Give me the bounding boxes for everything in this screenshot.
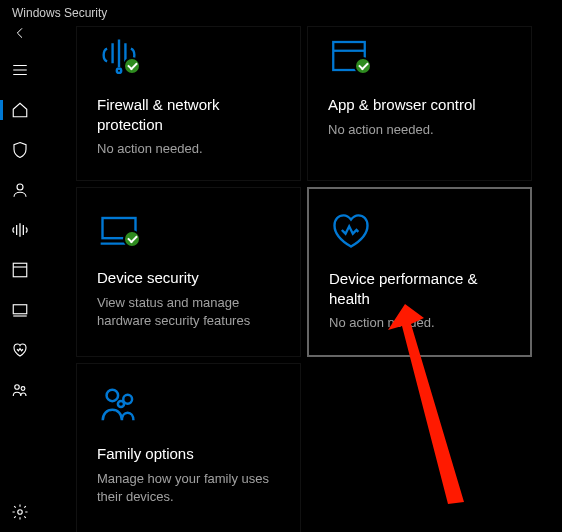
tile-firewall[interactable]: Firewall & network protection No action …: [76, 26, 301, 181]
nav-virus-threat[interactable]: [0, 130, 40, 170]
tile-device-security[interactable]: Device security View status and manage h…: [76, 187, 301, 357]
back-button[interactable]: [0, 22, 40, 44]
app-browser-icon: [328, 33, 511, 79]
nav-device-security[interactable]: [0, 290, 40, 330]
svg-point-6: [117, 68, 121, 72]
content-area: Firewall & network protection No action …: [40, 26, 562, 532]
svg-point-3: [15, 385, 20, 390]
nav-device-performance[interactable]: [0, 330, 40, 370]
svg-rect-2: [13, 305, 27, 314]
tiles-grid: Firewall & network protection No action …: [76, 26, 532, 532]
firewall-icon: [97, 33, 280, 79]
device-security-icon: [97, 206, 280, 252]
svg-rect-1: [13, 263, 27, 277]
nav-account[interactable]: [0, 170, 40, 210]
tile-device-performance[interactable]: Device performance & health No action ne…: [307, 187, 532, 357]
svg-point-4: [21, 387, 25, 391]
tile-desc: No action needed.: [97, 140, 280, 158]
left-nav: [0, 26, 40, 532]
tile-title: Family options: [97, 444, 280, 464]
nav-app-browser[interactable]: [0, 250, 40, 290]
tile-title: Device security: [97, 268, 280, 288]
tile-desc: No action needed.: [329, 314, 510, 332]
tile-family-options[interactable]: Family options Manage how your family us…: [76, 363, 301, 532]
nav-firewall[interactable]: [0, 210, 40, 250]
family-icon: [97, 382, 280, 428]
svg-point-5: [18, 510, 23, 515]
tile-desc: Manage how your family uses their device…: [97, 470, 280, 506]
tile-desc: No action needed.: [328, 121, 511, 139]
heart-pulse-icon: [329, 207, 510, 253]
nav-family[interactable]: [0, 370, 40, 410]
status-ok-badge: [354, 57, 372, 75]
window-title-text: Windows Security: [12, 6, 107, 20]
window-title: Windows Security: [0, 0, 562, 26]
tile-title: App & browser control: [328, 95, 511, 115]
nav-settings[interactable]: [0, 492, 40, 532]
nav-home[interactable]: [0, 90, 40, 130]
tile-title: Firewall & network protection: [97, 95, 280, 134]
tile-app-browser[interactable]: App & browser control No action needed.: [307, 26, 532, 181]
svg-point-0: [17, 184, 23, 190]
svg-point-9: [107, 390, 119, 402]
status-ok-badge: [123, 57, 141, 75]
tile-desc: View status and manage hardware security…: [97, 294, 280, 330]
tile-title: Device performance & health: [329, 269, 510, 308]
svg-point-11: [118, 401, 124, 407]
menu-button[interactable]: [0, 50, 40, 90]
